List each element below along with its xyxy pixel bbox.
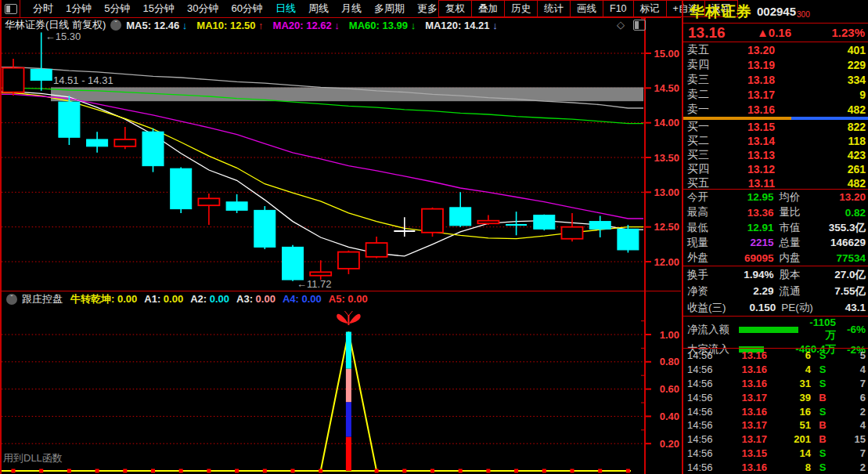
stat-value: 12.91 — [722, 222, 774, 233]
tick-side: B — [811, 419, 834, 431]
band-label: 14.51 - 14.31 — [53, 74, 113, 86]
tick-count: 4 — [834, 419, 866, 431]
tick-count: 7 — [834, 378, 866, 389]
indicator-field: A1: 0.00 — [144, 293, 183, 305]
tab-period-60分钟[interactable]: 60分钟 — [225, 2, 268, 16]
ask-price: 13.17 — [720, 89, 775, 101]
tab-period-月线[interactable]: 月线 — [335, 2, 368, 16]
tab-period-1分钟[interactable]: 1分钟 — [59, 2, 98, 16]
ask-volume: 401 — [775, 44, 866, 56]
stat-row: 净资2.29流通7.55亿 — [683, 283, 868, 299]
tab-period-5分钟[interactable]: 5分钟 — [98, 2, 136, 16]
action-button-画线[interactable]: 画线 — [570, 0, 603, 17]
tab-period-多周期[interactable]: 多周期 — [368, 2, 411, 16]
bid-row[interactable]: 买三13.13423 — [683, 148, 868, 162]
stats-block-2: 换手1.94%股本27.0亿净资2.29流通7.55亿收益(三)0.150PE(… — [683, 266, 868, 316]
tick-side: S — [811, 378, 834, 389]
ma-trend-arrow: ↑ — [258, 20, 264, 31]
baseline-dot — [626, 469, 630, 473]
indicator-values: 牛转乾坤: 0.00A1: 0.00A2: 0.00A3: 0.00A4: 0.… — [70, 292, 375, 306]
ask-volume: 334 — [775, 74, 866, 86]
bid-price: 13.11 — [720, 177, 775, 190]
stat-row: 换手1.94%股本27.0亿 — [683, 266, 868, 283]
stat-row: 现量2215总量146629 — [683, 235, 868, 250]
indicator-chart[interactable]: 1.000.800.600.400.20 — [2, 291, 683, 474]
svg-text:13.00: 13.00 — [654, 186, 679, 198]
action-button-叠加[interactable]: 叠加 — [471, 0, 504, 17]
baseline-dot — [486, 469, 490, 473]
tick-count: 2 — [834, 461, 866, 473]
action-button-历史[interactable]: 历史 — [504, 0, 537, 17]
stat-row: 最高13.36量比0.82 — [683, 204, 868, 219]
svg-text:12.50: 12.50 — [654, 221, 679, 233]
bid-row[interactable]: 买一13.15822 — [683, 120, 868, 134]
ma-trend-arrow: ↓ — [334, 20, 340, 31]
main-candlestick-chart[interactable]: 15.0014.5014.0013.5013.0012.5012.0014.51… — [2, 17, 683, 291]
chevron-down-circle-icon[interactable]: ˇ — [110, 20, 121, 31]
ask-row[interactable]: 卖四13.19229 — [683, 57, 868, 72]
panel-split-icon[interactable] — [633, 20, 646, 31]
ma-trend-arrow: ↓ — [182, 20, 188, 31]
tick-price: 13.16 — [719, 349, 767, 361]
tick-side: S — [811, 349, 834, 361]
ask-volume: 9 — [775, 89, 866, 101]
baseline-dot — [179, 469, 183, 473]
diamond-icon[interactable]: ◇ — [617, 19, 625, 31]
ask-row[interactable]: 卖一13.16482 — [683, 102, 868, 117]
ask-label: 卖四 — [687, 58, 720, 72]
tick-volume: 51 — [767, 419, 811, 431]
tick-row: 14:5613.1739B6 — [683, 390, 868, 404]
stat-label: 量比 — [780, 205, 814, 219]
indicator-field: A4: 0.00 — [283, 293, 322, 305]
bid-volume: 118 — [775, 135, 866, 147]
tab-period-周线[interactable]: 周线 — [302, 2, 335, 16]
tick-list[interactable]: 14:5613.166S514:5613.164S414:5613.1631S7… — [683, 348, 868, 474]
baseline-dot — [291, 469, 295, 473]
action-button-F10[interactable]: F10 — [603, 0, 633, 17]
baseline-dot — [459, 469, 463, 473]
stats-block-1: 今开12.95均价13.20最高13.36量比0.82最低12.91市值355.… — [683, 189, 868, 266]
tick-time: 14:56 — [687, 433, 719, 445]
ask-row[interactable]: 卖五13.20401 — [683, 42, 868, 57]
layout-toggle-button[interactable] — [2, 0, 20, 17]
top-toolbar: 分时1分钟5分钟15分钟30分钟60分钟日线周线月线多周期更多 > 复权叠加历史… — [2, 0, 681, 18]
svg-text:0.80: 0.80 — [660, 356, 679, 367]
tick-time: 14:56 — [687, 349, 719, 361]
tab-period-日线[interactable]: 日线 — [269, 2, 302, 16]
tab-period-分时[interactable]: 分时 — [27, 2, 59, 16]
tick-side: S — [811, 364, 834, 375]
tick-price: 13.15 — [719, 447, 767, 459]
ask-queue: 卖五13.20401卖四13.19229卖三13.18334卖二13.179卖一… — [683, 42, 868, 117]
tab-period-15分钟[interactable]: 15分钟 — [136, 2, 180, 16]
bid-volume: 261 — [775, 163, 866, 175]
stat-label: 今开 — [687, 190, 722, 204]
action-button-统计[interactable]: 统计 — [537, 0, 570, 17]
stat-value: 0.150 — [726, 302, 776, 313]
indicator-field-label: A3: — [236, 293, 256, 305]
action-button-复权[interactable]: 复权 — [438, 0, 471, 17]
bid-row[interactable]: 买四13.12261 — [683, 162, 868, 176]
bid-price: 13.12 — [720, 163, 775, 175]
ma-item-MA5: MA5: 12.46 ↓ — [126, 20, 187, 31]
tdx-window: 分时1分钟5分钟15分钟30分钟60分钟日线周线月线多周期更多 > 复权叠加历史… — [0, 0, 868, 474]
chevron-down-circle-icon[interactable]: ˇ — [6, 294, 17, 305]
stat-value: 13.20 — [814, 191, 866, 203]
bid-row[interactable]: 买二13.14118 — [683, 134, 868, 148]
quote-header: 华林证券 002945 300 — [683, 0, 868, 23]
ask-row[interactable]: 卖二13.179 — [683, 87, 868, 102]
signal-bar-segment — [346, 402, 351, 436]
tick-side: S — [811, 461, 834, 473]
last-price: 13.16 — [688, 24, 757, 42]
action-button-标记[interactable]: 标记 — [633, 0, 666, 17]
tick-count: 15 — [834, 433, 866, 445]
bid-label: 买二 — [687, 134, 720, 148]
tick-volume: 8 — [767, 461, 811, 473]
ask-row[interactable]: 卖三13.18334 — [683, 72, 868, 87]
stat-value: 7.55亿 — [814, 284, 866, 299]
tab-period-30分钟[interactable]: 30分钟 — [181, 2, 225, 16]
tick-side: S — [811, 447, 834, 459]
baseline-dot — [67, 469, 71, 473]
stat-row: 最低12.91市值355.3亿 — [683, 220, 868, 235]
stat-value: 2.29 — [722, 285, 774, 297]
tick-volume: 4 — [767, 364, 811, 375]
